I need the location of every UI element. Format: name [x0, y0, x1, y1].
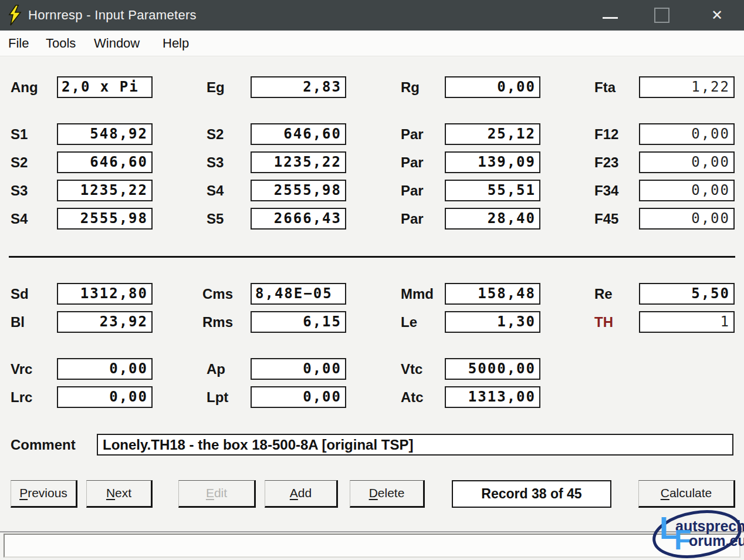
field-f23-label: F23 — [594, 151, 618, 173]
field-lpt-label: Lpt — [207, 386, 228, 408]
field-f12-input[interactable]: 0,00 — [639, 123, 735, 145]
minimize-icon — [603, 17, 618, 19]
next-button-rest: ext — [115, 486, 131, 500]
menu-help[interactable]: Help — [163, 31, 189, 56]
delete-button[interactable]: Delete — [350, 480, 425, 508]
field-f45-input[interactable]: 0,00 — [639, 208, 735, 230]
field-re-input[interactable]: 5,50 — [639, 283, 735, 305]
field-atc-label: Atc — [401, 386, 424, 408]
delete-button-rest: elete — [378, 486, 405, 500]
field-f12-label: F12 — [594, 123, 618, 145]
field-par34-input[interactable]: 55,51 — [445, 180, 540, 201]
field-cms-label: Cms — [202, 283, 233, 305]
field-ap-label: Ap — [207, 358, 225, 380]
add-button[interactable]: Add — [265, 480, 338, 508]
field-vtc-input[interactable]: 5000,00 — [445, 358, 540, 380]
field-s2-input[interactable]: 646,60 — [57, 151, 153, 173]
field-fta-label: Fta — [594, 76, 616, 98]
field-s3-label: S3 — [11, 180, 28, 201]
field-atc-input[interactable]: 1313,00 — [445, 386, 540, 408]
edit-button-rest: dit — [214, 486, 227, 500]
field-sd-input[interactable]: 1312,80 — [57, 283, 153, 305]
hornresp-window: Hornresp - Input Parameters ✕ File Tools… — [0, 0, 744, 560]
field-lpt-input[interactable]: 0,00 — [251, 386, 346, 408]
add-button-rest: dd — [298, 486, 312, 500]
menu-file[interactable]: File — [8, 31, 29, 56]
field-s4-label: S4 — [11, 208, 28, 230]
calculate-button[interactable]: Calculate — [638, 480, 735, 508]
field-par45-input[interactable]: 28,40 — [445, 208, 540, 230]
field-par12-label: Par — [401, 123, 424, 145]
field-le-input[interactable]: 1,30 — [445, 311, 540, 333]
menu-tools[interactable]: Tools — [46, 31, 76, 56]
field-bl-input[interactable]: 23,92 — [57, 311, 153, 333]
field-cms-input[interactable]: 8,48E−05 — [251, 283, 346, 305]
field-th-label: TH — [594, 311, 613, 333]
close-button[interactable]: ✕ — [701, 0, 733, 31]
field-s2col2-label: S2 — [207, 123, 224, 145]
field-ang-input[interactable]: 2,0 x Pi — [57, 76, 153, 98]
titlebar: Hornresp - Input Parameters ✕ — [0, 0, 744, 31]
menu-window[interactable]: Window — [94, 31, 140, 56]
field-s4-input[interactable]: 2555,98 — [57, 208, 153, 230]
minimize-button[interactable] — [594, 0, 627, 31]
field-ang-label: Ang — [11, 76, 38, 98]
field-par34-label: Par — [401, 180, 424, 201]
field-s3-input[interactable]: 1235,22 — [57, 180, 153, 201]
forum-logo-word2: orum.eu — [689, 534, 744, 548]
field-eg-input[interactable]: 2,83 — [251, 76, 346, 98]
next-button-key: N — [106, 486, 115, 500]
calculate-button-rest: alculate — [669, 486, 712, 500]
statusbar — [4, 534, 740, 558]
field-par23-input[interactable]: 139,09 — [445, 151, 540, 173]
field-vrc-input[interactable]: 0,00 — [57, 358, 153, 380]
add-button-key: A — [290, 486, 298, 500]
calculate-button-key: C — [661, 486, 669, 500]
edit-button: Edit — [178, 480, 256, 508]
field-par12-input[interactable]: 25,12 — [445, 123, 540, 145]
window-title: Hornresp - Input Parameters — [28, 0, 197, 31]
delete-button-key: D — [369, 486, 378, 500]
field-le-label: Le — [401, 311, 417, 333]
field-re-label: Re — [594, 283, 613, 305]
field-mmd-label: Mmd — [401, 283, 434, 305]
field-s5-label: S5 — [207, 208, 224, 230]
next-button[interactable]: Next — [86, 480, 153, 508]
record-indicator: Record 38 of 45 — [452, 480, 611, 508]
field-sd-label: Sd — [11, 283, 29, 305]
maximize-button — [645, 0, 678, 31]
lightning-icon — [7, 5, 22, 26]
field-s3col2-input[interactable]: 1235,22 — [251, 151, 346, 173]
field-bl-label: Bl — [11, 311, 25, 333]
previous-button[interactable]: Previous — [11, 480, 77, 508]
field-rms-input[interactable]: 6,15 — [251, 311, 346, 333]
field-s3col2-label: S3 — [207, 151, 224, 173]
field-f34-label: F34 — [594, 180, 618, 201]
field-lrc-input[interactable]: 0,00 — [57, 386, 153, 408]
field-s5-input[interactable]: 2666,43 — [251, 208, 346, 230]
field-s4col2-label: S4 — [207, 180, 224, 201]
field-f23-input[interactable]: 0,00 — [639, 151, 735, 173]
field-rg-input[interactable]: 0,00 — [445, 76, 540, 98]
field-s2-label: S2 — [11, 151, 28, 173]
field-f34-input[interactable]: 0,00 — [639, 180, 735, 201]
field-fta-input[interactable]: 1,22 — [639, 76, 735, 98]
field-rg-label: Rg — [401, 76, 420, 98]
field-th-input[interactable]: 1 — [639, 311, 735, 333]
field-ap-input[interactable]: 0,00 — [251, 358, 346, 380]
comment-label: Comment — [11, 434, 76, 456]
field-s1-input[interactable]: 548,92 — [57, 123, 153, 145]
field-s1-label: S1 — [11, 123, 28, 145]
field-par45-label: Par — [401, 208, 424, 230]
field-vrc-label: Vrc — [11, 358, 32, 380]
field-lrc-label: Lrc — [11, 386, 32, 408]
field-s4col2-input[interactable]: 2555,98 — [251, 180, 346, 201]
previous-button-rest: revious — [28, 486, 67, 500]
maximize-icon — [654, 8, 669, 23]
section-divider — [9, 256, 735, 258]
comment-input[interactable]: Lonely.TH18 - the box 18-500-8A [origina… — [97, 434, 733, 456]
field-s2col2-input[interactable]: 646,60 — [251, 123, 346, 145]
field-f45-label: F45 — [594, 208, 618, 230]
field-mmd-input[interactable]: 158,48 — [445, 283, 540, 305]
field-vtc-label: Vtc — [401, 358, 422, 380]
